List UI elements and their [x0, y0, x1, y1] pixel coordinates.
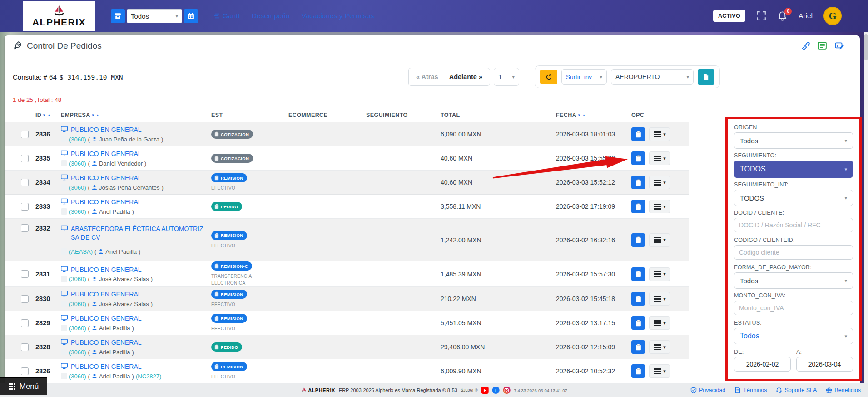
row-checkbox[interactable]: [21, 295, 29, 303]
company-link[interactable]: PUBLICO EN GENERAL: [61, 174, 208, 182]
seguimiento-int-select[interactable]: TODOS▾: [734, 190, 853, 206]
fullscreen-button[interactable]: [756, 11, 766, 21]
row-checkbox[interactable]: [21, 343, 29, 351]
row-actions-dropdown[interactable]: ▾: [649, 316, 670, 330]
column-header-empresa[interactable]: EMPRESA▼▲: [61, 112, 211, 118]
client-code-link[interactable]: (3060): [69, 276, 86, 282]
next-page-button[interactable]: Adelante »: [449, 73, 482, 80]
order-detail-button[interactable]: [631, 316, 645, 330]
order-detail-button[interactable]: [631, 267, 645, 281]
footer-link-soporte[interactable]: Soporte SLA: [776, 387, 817, 393]
row-checkbox[interactable]: [21, 155, 29, 162]
order-detail-button[interactable]: [631, 233, 645, 247]
view-select[interactable]: Surtir_inv ▾: [561, 69, 607, 85]
facebook-icon[interactable]: f: [492, 387, 500, 394]
order-detail-button[interactable]: [631, 340, 645, 354]
footer-link-beneficios[interactable]: Beneficios: [826, 387, 861, 393]
export-button[interactable]: [698, 69, 714, 85]
scrollbar-thumb[interactable]: [864, 34, 868, 60]
client-code-link[interactable]: (3060): [69, 184, 86, 191]
refresh-button[interactable]: [540, 70, 557, 84]
nav-link-gantt[interactable]: Gantt: [213, 12, 240, 20]
footer-link-terminos[interactable]: Términos: [734, 387, 767, 393]
date-to-input[interactable]: [796, 357, 853, 372]
order-detail-button[interactable]: [631, 151, 645, 165]
order-detail-button[interactable]: [631, 364, 645, 378]
calendar-button[interactable]: [184, 9, 198, 23]
row-actions-dropdown[interactable]: ▾: [649, 364, 670, 378]
origen-select[interactable]: Todos▾: [734, 132, 853, 149]
menu-button[interactable]: Menú: [0, 377, 47, 395]
forma-pago-select[interactable]: Todos▾: [734, 272, 853, 289]
row-actions-dropdown[interactable]: ▾: [649, 292, 670, 306]
row-checkbox[interactable]: [21, 367, 29, 375]
nav-link-vacaciones[interactable]: Vacaciones y Permisos: [302, 12, 374, 20]
date-from-input[interactable]: [734, 357, 791, 372]
monto-input[interactable]: [734, 301, 853, 315]
client-code-link[interactable]: (3060): [69, 208, 86, 215]
page-number-select[interactable]: 1 ▾: [494, 68, 519, 86]
warehouse-select[interactable]: AEROPUERTO ▾: [611, 69, 694, 85]
scope-select[interactable]: Todos ▾: [127, 9, 182, 23]
scrollbar[interactable]: [864, 32, 868, 397]
previous-page-button[interactable]: « Atras: [416, 73, 438, 80]
sort-up-icon[interactable]: ▲: [47, 113, 51, 117]
client-code-link[interactable]: (3060): [69, 136, 86, 143]
row-checkbox[interactable]: [21, 270, 29, 278]
client-code-link[interactable]: (3060): [69, 301, 86, 307]
sort-down-icon[interactable]: ▼: [42, 113, 46, 117]
company-link[interactable]: PUBLICO EN GENERAL: [61, 290, 208, 299]
row-actions-dropdown[interactable]: ▾: [649, 151, 670, 165]
order-detail-button[interactable]: [631, 292, 645, 306]
youtube-icon[interactable]: [481, 387, 489, 394]
edit-invoice-button[interactable]: [834, 41, 844, 51]
order-detail-button[interactable]: [631, 127, 645, 141]
row-actions-dropdown[interactable]: ▾: [649, 267, 670, 281]
client-code-link[interactable]: (3060): [69, 373, 86, 380]
client-code-link[interactable]: (3060): [69, 160, 86, 167]
company-link[interactable]: PUBLICO EN GENERAL: [61, 338, 208, 347]
company-link[interactable]: PUBLICO EN GENERAL: [61, 150, 208, 158]
company-link[interactable]: PUBLICO EN GENERAL: [61, 314, 208, 323]
company-link[interactable]: PUBLICO EN GENERAL: [61, 198, 208, 206]
instagram-icon[interactable]: [503, 387, 511, 394]
row-checkbox[interactable]: [21, 203, 29, 211]
notifications-button[interactable]: 0: [777, 11, 788, 21]
row-actions-dropdown[interactable]: ▾: [649, 176, 670, 189]
company-link[interactable]: PUBLICO EN GENERAL: [61, 126, 208, 134]
user-avatar[interactable]: G: [823, 7, 842, 25]
sort-up-icon[interactable]: ▲: [96, 113, 99, 117]
credit-note-link[interactable]: (NC2827): [136, 373, 161, 380]
seguimiento-select[interactable]: TODOS▾: [734, 161, 853, 178]
company-link[interactable]: PUBLICO EN GENERAL: [61, 362, 208, 371]
client-code-link[interactable]: (AEASA): [69, 248, 93, 255]
sort-up-icon[interactable]: ▲: [582, 113, 585, 117]
codigo-input[interactable]: [734, 245, 853, 260]
company-link[interactable]: PUBLICO EN GENERAL: [61, 266, 208, 274]
sort-down-icon[interactable]: ▼: [91, 113, 95, 117]
row-checkbox[interactable]: [21, 131, 29, 138]
company-link[interactable]: ABASTECEDORA ELÉCTRICA AUTOMOTRIZ SA DE …: [61, 225, 208, 242]
row-actions-dropdown[interactable]: ▾: [649, 340, 670, 354]
nav-link-desempeno[interactable]: Desempeño: [252, 12, 290, 20]
order-detail-button[interactable]: [631, 200, 645, 213]
row-checkbox[interactable]: [21, 179, 29, 186]
row-checkbox[interactable]: [21, 319, 29, 327]
alpherix-logo[interactable]: ALPHERIX: [23, 1, 95, 31]
footer-link-privacidad[interactable]: Privacidad: [690, 387, 725, 393]
sort-down-icon[interactable]: ▼: [577, 113, 581, 117]
estatus-select[interactable]: Todos▾: [734, 328, 853, 344]
row-actions-dropdown[interactable]: ▾: [649, 233, 670, 247]
row-checkbox[interactable]: [21, 224, 29, 232]
scanner-button[interactable]: [801, 41, 810, 50]
row-actions-dropdown[interactable]: ▾: [649, 200, 670, 213]
list-view-button[interactable]: [818, 41, 827, 50]
row-actions-dropdown[interactable]: ▾: [649, 127, 670, 141]
docid-input[interactable]: [734, 218, 853, 232]
column-header-id[interactable]: ID▼▲: [35, 112, 61, 118]
client-code-link[interactable]: (3060): [69, 349, 86, 356]
inventory-box-button[interactable]: [111, 9, 125, 23]
column-header-fecha[interactable]: FECHA▼▲: [556, 112, 631, 118]
order-detail-button[interactable]: [631, 176, 645, 189]
client-code-link[interactable]: (3060): [69, 325, 86, 332]
